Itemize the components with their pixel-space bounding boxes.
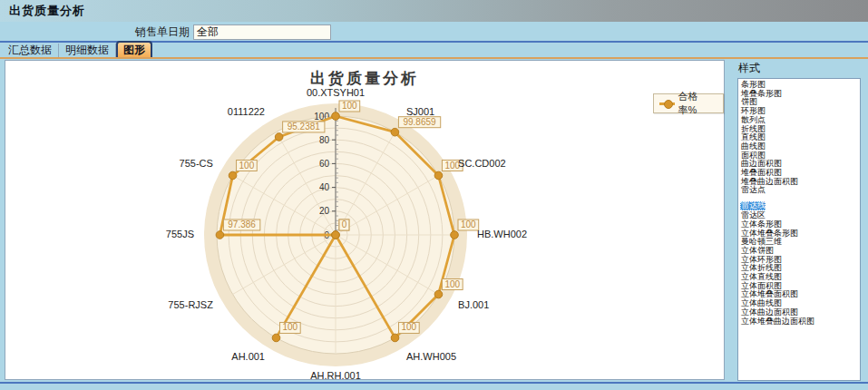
legend-label: 合格率% xyxy=(678,90,717,117)
radar-data-point xyxy=(434,290,443,298)
radar-data-point xyxy=(332,112,340,121)
style-option[interactable]: 堆叠条形图 xyxy=(740,90,860,99)
filter-bar: 销售单日期 xyxy=(0,22,868,42)
radar-category-label: 755JS xyxy=(166,229,194,239)
window-titlebar: 出货质量分析 xyxy=(0,0,868,22)
app-window: 出货质量分析 销售单日期 汇总数据 明细数据 图形 02040608010010… xyxy=(0,0,868,390)
radar-category-label: HB.WH002 xyxy=(477,229,527,239)
radar-value-label: 99.8659 xyxy=(403,117,436,127)
radar-data-point xyxy=(391,128,399,136)
chart-legend: 合格率% xyxy=(653,93,724,113)
radar-chart: 02040608010010099.8659100100100100010009… xyxy=(5,61,724,379)
style-panel-title: 样式 xyxy=(731,59,868,78)
radar-value-label: 100 xyxy=(342,101,357,111)
radar-data-point xyxy=(216,231,224,239)
style-option[interactable]: 雷达线 xyxy=(740,201,766,210)
radar-data-point xyxy=(332,231,340,239)
radar-value-label: 100 xyxy=(239,161,255,171)
chart-title: 出货质量分析 xyxy=(5,68,724,89)
radar-category-label: 755-RJSZ xyxy=(168,299,213,310)
radar-tick-label: 20 xyxy=(319,206,330,216)
radar-data-point xyxy=(229,171,237,180)
radar-data-point xyxy=(451,231,459,239)
radar-category-label: BJ.001 xyxy=(458,299,489,310)
tab-content-area: 02040608010010099.8659100100100100010009… xyxy=(0,59,868,382)
radar-data-point xyxy=(275,133,283,141)
radar-value-label: 97.386 xyxy=(228,219,256,229)
radar-data-point xyxy=(272,334,280,342)
legend-line-dot-icon xyxy=(659,102,675,105)
style-option[interactable]: 立体堆叠曲边面积图 xyxy=(740,317,860,327)
radar-value-label: 100 xyxy=(402,322,417,332)
style-listbox[interactable]: 条形图堆叠条形图饼图环形图散列点折线图直线图曲线图面积图曲边面积图堆叠面积图堆叠… xyxy=(737,78,861,381)
date-filter-label: 销售单日期 xyxy=(0,24,193,40)
radar-category-label: 0111222 xyxy=(228,106,265,117)
bottom-status-strip xyxy=(0,382,868,390)
date-filter-input[interactable] xyxy=(193,24,331,40)
radar-category-label: SJ001 xyxy=(406,106,434,117)
tab-summary-data[interactable]: 汇总数据 xyxy=(2,44,59,57)
radar-data-point xyxy=(434,171,443,180)
radar-category-label: AH.RH.001 xyxy=(310,370,361,379)
style-option-list: 条形图堆叠条形图饼图环形图散列点折线图直线图曲线图面积图曲边面积图堆叠面积图堆叠… xyxy=(738,79,860,326)
radar-category-label: AH.001 xyxy=(231,351,265,362)
radar-value-label: 0 xyxy=(342,219,347,229)
radar-data-point xyxy=(391,334,399,342)
chart-panel: 02040608010010099.8659100100100100010009… xyxy=(5,60,725,380)
radar-value-label: 95.2381 xyxy=(288,122,321,132)
tab-strip: 汇总数据 明细数据 图形 xyxy=(0,43,868,57)
radar-value-label: 100 xyxy=(461,219,476,229)
style-panel: 样式 条形图堆叠条形图饼图环形图散列点折线图直线图曲线图面积图曲边面积图堆叠面积… xyxy=(731,59,868,382)
radar-category-label: SC.CD002 xyxy=(458,158,506,169)
tab-detail-data[interactable]: 明细数据 xyxy=(59,44,116,57)
radar-category-label: 755-CS xyxy=(180,158,213,169)
style-option[interactable]: 雷达点 xyxy=(740,186,860,195)
page-title: 出货质量分析 xyxy=(9,3,85,19)
radar-value-label: 100 xyxy=(283,322,298,332)
radar-tick-label: 80 xyxy=(319,135,330,145)
tab-chart[interactable]: 图形 xyxy=(116,41,152,57)
radar-tick-label: 40 xyxy=(319,182,330,192)
radar-category-label: AH.WH005 xyxy=(406,351,456,362)
radar-value-label: 100 xyxy=(444,279,460,289)
radar-tick-label: 60 xyxy=(319,159,330,169)
